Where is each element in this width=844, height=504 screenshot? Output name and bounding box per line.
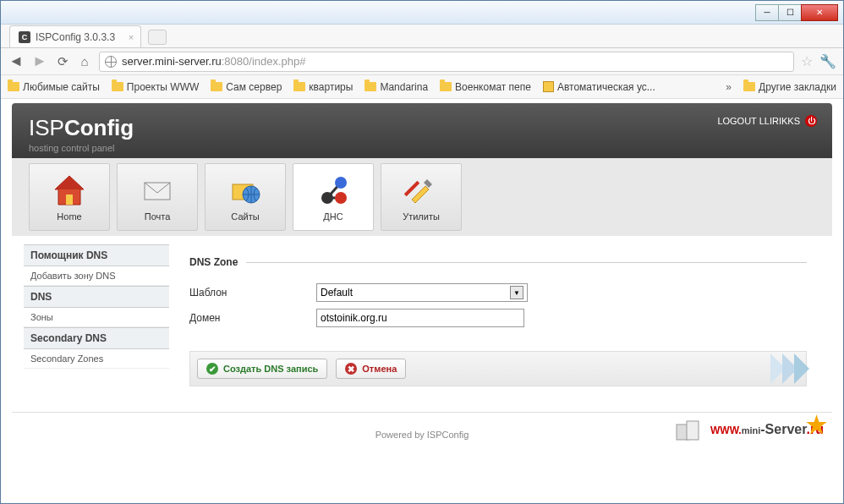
app-subtitle: hosting control panel — [29, 143, 815, 153]
address-bar[interactable]: server.mini-server.ru:8080/index.php# — [99, 52, 794, 72]
bookmark-star-icon[interactable]: ☆ — [801, 53, 813, 69]
nav-home[interactable]: Home — [29, 163, 110, 231]
logo-part2: Config — [64, 115, 134, 140]
tab-favicon: C — [19, 31, 30, 43]
globe-icon — [105, 56, 117, 68]
bookmark-item[interactable]: квартиры — [293, 81, 353, 93]
domain-label: Домен — [189, 312, 316, 324]
reload-button[interactable]: ⟳ — [55, 54, 70, 69]
bookmark-label: Любимые сайты — [23, 81, 100, 93]
sidebar: Помощник DNS Добавить зону DNS DNS Зоны … — [12, 236, 181, 395]
folder-icon — [364, 82, 376, 91]
browser-toolbar: ◄ ► ⟳ ⌂ server.mini-server.ru:8080/index… — [1, 48, 843, 75]
nav-label: Почта — [145, 211, 171, 222]
nav-mail[interactable]: Почта — [117, 163, 198, 231]
app-header: ISPConfig hosting control panel LOGOUT L… — [12, 103, 832, 158]
mail-icon — [140, 173, 175, 208]
sidebar-link-zones[interactable]: Зоны — [24, 308, 169, 327]
svg-rect-13 — [687, 421, 699, 440]
svg-point-9 — [335, 177, 347, 189]
folder-icon — [440, 82, 452, 91]
bookmark-item[interactable]: Любимые сайты — [8, 81, 100, 93]
cancel-icon: ✖ — [345, 363, 357, 375]
bookmark-label: Сам сервер — [226, 81, 282, 93]
back-button[interactable]: ◄ — [8, 53, 25, 70]
page-icon — [543, 81, 554, 92]
main-panel: DNS Zone Шаблон Default ▼ Домен — [181, 236, 832, 395]
power-icon: ⏻ — [805, 115, 817, 127]
app-logo: ISPConfig — [29, 115, 815, 141]
create-button[interactable]: ✔ Создать DNS запись — [197, 359, 327, 379]
bookmarks-overflow-icon[interactable]: » — [726, 81, 732, 93]
bookmark-label: Военкомат пепе — [455, 81, 531, 93]
browser-tab[interactable]: C ISPConfig 3.0.3.3 × — [9, 25, 141, 47]
sites-icon — [227, 173, 263, 208]
decorative-arrows — [770, 352, 806, 386]
bookmark-label: Автоматическая ус... — [557, 81, 655, 93]
logout-label: LOGOUT LLIRIKKS — [717, 116, 800, 126]
wm-server: -Server — [760, 422, 806, 436]
bookmark-label: Другие закладки — [759, 81, 836, 93]
action-bar: ✔ Создать DNS запись ✖ Отмена — [189, 351, 807, 386]
bookmark-item[interactable]: Сам сервер — [211, 81, 282, 93]
bookmark-label: квартиры — [309, 81, 353, 93]
forward-button[interactable]: ► — [31, 53, 48, 70]
footer-text: Powered by ISPConfig — [375, 430, 469, 440]
bookmark-label: Проекты WWW — [127, 81, 199, 93]
star-icon: ★ — [806, 411, 827, 439]
url-text: server.mini-server.ru:8080/index.php# — [122, 55, 306, 68]
settings-wrench-icon[interactable]: 🔧 — [819, 53, 836, 69]
watermark: WWW.mini-Server.ru ★ — [673, 418, 824, 443]
sidebar-heading-dns: DNS — [24, 286, 169, 308]
template-select[interactable]: Default ▼ — [316, 283, 528, 302]
sidebar-heading-wizard: Помощник DNS — [24, 244, 169, 266]
window-minimize-button[interactable]: ─ — [755, 4, 779, 21]
window-maximize-button[interactable]: ☐ — [778, 4, 802, 21]
window-titlebar: ─ ☐ ✕ — [1, 1, 843, 25]
template-value: Default — [321, 287, 353, 299]
bookmark-item[interactable]: Военкомат пепе — [440, 81, 531, 93]
home-button[interactable]: ⌂ — [77, 54, 92, 69]
legend-text: DNS Zone — [189, 256, 238, 268]
footer: Powered by ISPConfig WWW.mini-Server.ru … — [12, 412, 832, 448]
domain-input[interactable] — [316, 309, 524, 327]
bookmark-item[interactable]: Проекты WWW — [112, 81, 199, 93]
folder-icon — [293, 82, 305, 91]
svg-point-8 — [321, 192, 333, 204]
nav-dns[interactable]: ДНС — [293, 163, 374, 231]
create-label: Создать DNS запись — [223, 364, 318, 374]
bookmark-item[interactable]: Автоматическая ус... — [543, 81, 655, 93]
sidebar-link-add-zone[interactable]: Добавить зону DNS — [24, 266, 169, 286]
sidebar-heading-secondary: Secondary DNS — [24, 327, 169, 349]
top-nav: Home Почта Сайты — [12, 158, 832, 236]
check-icon: ✔ — [206, 363, 218, 375]
bookmark-label: Mandarina — [380, 81, 428, 93]
url-path: :8080/index.php# — [222, 55, 306, 68]
other-bookmarks[interactable]: Другие закладки — [743, 81, 836, 93]
cancel-button[interactable]: ✖ Отмена — [336, 359, 406, 379]
svg-marker-2 — [55, 176, 84, 189]
form-legend: DNS Zone — [189, 256, 807, 268]
window-close-button[interactable]: ✕ — [801, 4, 838, 21]
tab-close-icon[interactable]: × — [129, 32, 134, 42]
cancel-label: Отмена — [362, 364, 397, 374]
tab-title: ISPConfig 3.0.3.3 — [36, 31, 115, 43]
url-host: server.mini-server.ru — [122, 55, 222, 68]
nav-label: Сайты — [231, 211, 259, 222]
nav-utils[interactable]: Утилиты — [381, 163, 462, 231]
template-label: Шаблон — [189, 287, 316, 299]
tools-icon — [403, 173, 439, 208]
folder-icon — [743, 82, 755, 91]
bookmark-item[interactable]: Mandarina — [364, 81, 428, 93]
page-content: ISPConfig hosting control panel LOGOUT L… — [2, 100, 842, 502]
svg-rect-1 — [66, 194, 73, 205]
bookmarks-bar: Любимые сайты Проекты WWW Сам сервер ква… — [1, 75, 843, 99]
new-tab-button[interactable] — [148, 30, 167, 45]
browser-tab-strip: C ISPConfig 3.0.3.3 × — [1, 25, 843, 48]
nav-sites[interactable]: Сайты — [205, 163, 286, 231]
folder-icon — [8, 82, 19, 91]
sidebar-link-secondary-zones[interactable]: Secondary Zones — [24, 349, 169, 369]
dropdown-arrow-icon: ▼ — [510, 286, 523, 299]
logout-link[interactable]: LOGOUT LLIRIKKS ⏻ — [717, 115, 817, 127]
home-icon — [52, 173, 87, 208]
